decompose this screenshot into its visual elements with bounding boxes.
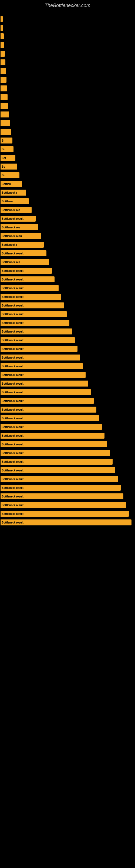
bar-row: Bottleneck result: [0, 319, 135, 327]
bar-label: Bottleneck res: [2, 209, 20, 212]
result-bar: [1, 103, 8, 109]
result-bar: Bottleneck result: [1, 276, 54, 282]
bar-label: Bottleneck result: [2, 443, 24, 446]
bar-row: Bottleneck result: [0, 362, 135, 370]
bar-row: [0, 59, 135, 66]
bar-label: Bo: [2, 148, 5, 151]
bar-label: Bottleneck r: [2, 243, 17, 246]
result-bar: Bottleneck result: [1, 250, 46, 256]
result-bar: Bottleneck result: [1, 311, 67, 317]
bar-row: [0, 111, 135, 118]
bar-row: Bottleneck result: [0, 215, 135, 222]
bar-row: Bottlenec: [0, 197, 135, 205]
result-bar: Bottleneck res: [1, 207, 32, 213]
bar-row: Bottleneck result: [0, 310, 135, 318]
bar-row: Bottleneck result: [0, 354, 135, 361]
bar-row: [0, 50, 135, 58]
bar-label: Bottleneck result: [2, 408, 24, 411]
result-bar: Bottlen: [1, 181, 22, 187]
result-bar: Bottleneck result: [1, 346, 78, 352]
bar-row: Bottleneck result: [0, 414, 135, 422]
result-bar: Bottleneck result: [1, 354, 80, 361]
result-bar: Bottleneck result: [1, 476, 118, 482]
bar-row: Bottlen: [0, 180, 135, 188]
bar-row: [0, 15, 135, 23]
bar-row: Bottleneck resu: [0, 232, 135, 240]
result-bar: Bottleneck res: [1, 259, 49, 265]
bar-label: Bottleneck result: [2, 339, 24, 342]
bar-row: Bottleneck res: [0, 258, 135, 266]
result-bar: Bottleneck result: [1, 459, 113, 465]
bar-row: Bottleneck result: [0, 336, 135, 344]
bar-label: Bo: [2, 165, 5, 168]
result-bar: Bottlenec: [1, 198, 29, 204]
bar-label: Bottleneck r: [2, 191, 17, 194]
result-bar: Bottleneck result: [1, 467, 115, 473]
bar-label: Bottleneck result: [2, 391, 24, 394]
result-bar: Bottleneck result: [1, 294, 61, 300]
bar-row: [0, 119, 135, 127]
bar-row: Bottleneck res: [0, 206, 135, 214]
bar-label: Bottleneck result: [2, 478, 24, 480]
bar-label: Bottleneck result: [2, 313, 24, 316]
bar-label: Bottleneck result: [2, 469, 24, 472]
bar-row: Bot: [0, 154, 135, 162]
bar-row: [0, 33, 135, 40]
result-bar: Bo: [1, 146, 13, 152]
bar-label: Bottlenec: [2, 200, 14, 203]
bar-label: Bottleneck result: [2, 347, 24, 350]
result-bar: Bottleneck result: [1, 268, 52, 274]
result-bar: Bottleneck result: [1, 493, 123, 499]
bar-label: Bottleneck result: [2, 304, 24, 307]
bar-row: [0, 102, 135, 110]
result-bar: Bottleneck result: [1, 433, 104, 439]
bar-row: Bottleneck result: [0, 510, 135, 518]
bar-row: Bottleneck result: [0, 267, 135, 275]
bar-label: Bottleneck result: [2, 460, 24, 463]
result-bar: Bottleneck result: [1, 511, 129, 517]
result-bar: [1, 42, 4, 48]
bar-row: Bottleneck result: [0, 302, 135, 309]
result-bar: Bottleneck result: [1, 389, 91, 395]
bar-row: Bottleneck r: [0, 241, 135, 248]
bar-label: Bottleneck result: [2, 400, 24, 403]
result-bar: [1, 120, 10, 126]
bar-label: B: [2, 139, 3, 142]
result-bar: Bottleneck result: [1, 372, 86, 378]
bar-row: Bottleneck result: [0, 432, 135, 439]
result-bar: Bottleneck resu: [1, 233, 41, 239]
bar-label: Bo: [2, 174, 5, 177]
bar-row: Bottleneck r: [0, 189, 135, 196]
result-bar: [1, 68, 6, 74]
bar-row: Bottleneck result: [0, 328, 135, 335]
result-bar: [1, 25, 3, 31]
result-bar: Bottleneck result: [1, 329, 72, 335]
bar-row: Bo: [0, 145, 135, 153]
result-bar: Bottleneck result: [1, 450, 110, 456]
bar-row: Bottleneck result: [0, 501, 135, 509]
bar-row: [0, 93, 135, 101]
bar-label: Bottleneck result: [2, 287, 24, 290]
result-bar: Bottleneck result: [1, 398, 94, 404]
bars-container: BBoBotBoBoBottlenBottleneck rBottlenecBo…: [0, 10, 135, 526]
bar-label: Bottleneck result: [2, 278, 24, 281]
result-bar: Bottleneck result: [1, 441, 107, 447]
result-bar: Bottleneck result: [1, 415, 99, 421]
result-bar: [1, 51, 5, 57]
bar-row: [0, 41, 135, 49]
bar-label: Bottleneck result: [2, 486, 24, 489]
bar-row: [0, 24, 135, 31]
result-bar: Bottleneck result: [1, 303, 64, 308]
bar-row: Bottleneck res: [0, 223, 135, 231]
bar-label: Bottleneck result: [2, 521, 24, 524]
bar-label: Bottleneck result: [2, 417, 24, 420]
bar-row: [0, 128, 135, 135]
bar-row: Bottleneck result: [0, 449, 135, 457]
bar-label: Bottleneck result: [2, 513, 24, 516]
bar-row: Bottleneck result: [0, 397, 135, 405]
result-bar: [1, 33, 4, 39]
bar-label: Bottleneck result: [2, 382, 24, 385]
bar-label: Bottleneck result: [2, 321, 24, 324]
bar-row: [0, 67, 135, 75]
bar-label: Bottleneck result: [2, 373, 24, 376]
